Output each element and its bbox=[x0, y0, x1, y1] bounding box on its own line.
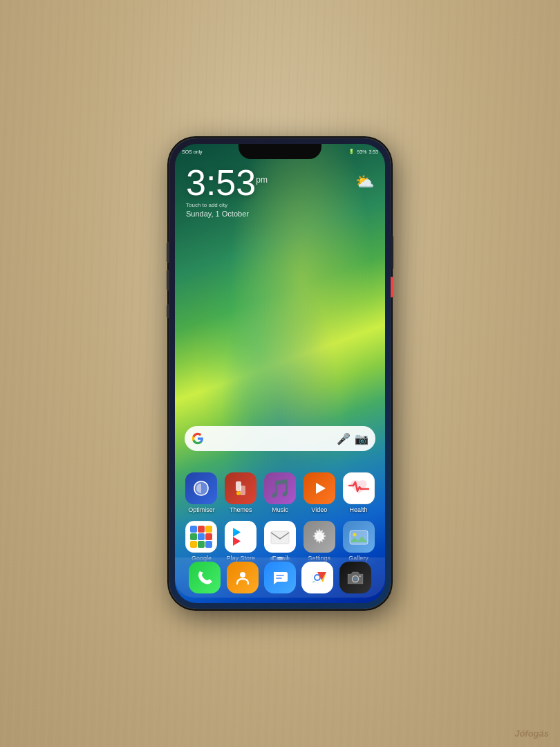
optimiser-label: Optimiser bbox=[188, 506, 215, 513]
svg-rect-8 bbox=[271, 531, 289, 544]
clock-area: 3:53pm Touch to add city Sunday, 1 Octob… bbox=[186, 165, 268, 218]
app-item-optimiser[interactable]: Optimiser bbox=[185, 472, 217, 513]
app-item-gallery[interactable]: Gallery bbox=[343, 521, 375, 562]
dock-chrome[interactable] bbox=[301, 562, 333, 593]
phone-body: SOS only 🔋 93% 3:53 3:53pm Touch to add … bbox=[169, 138, 391, 609]
video-icon bbox=[304, 472, 335, 504]
music-label: Music bbox=[272, 506, 288, 513]
google-logo bbox=[192, 432, 204, 445]
health-label: Health bbox=[350, 506, 368, 513]
playstore-icon bbox=[225, 521, 256, 553]
svg-point-11 bbox=[353, 533, 356, 537]
app-grid-row2: Google bbox=[175, 521, 385, 562]
google-apps-icon bbox=[185, 521, 217, 553]
search-icons: 🎤 📷 bbox=[337, 432, 368, 445]
app-item-themes[interactable]: Themes bbox=[225, 472, 256, 513]
email-icon bbox=[264, 521, 296, 553]
app-item-video[interactable]: Video bbox=[304, 472, 335, 513]
clock-time: 3:53pm bbox=[186, 165, 268, 201]
app-item-google[interactable]: Google bbox=[185, 521, 217, 562]
video-label: Video bbox=[311, 506, 327, 513]
battery-icon: 🔋 bbox=[348, 149, 355, 154]
status-right: 🔋 93% 3:53 bbox=[348, 149, 378, 154]
status-time: 3:53 bbox=[368, 149, 378, 154]
status-left-text: SOS only bbox=[182, 149, 203, 154]
themes-icon bbox=[225, 472, 256, 504]
svg-point-13 bbox=[240, 572, 245, 578]
settings-icon bbox=[304, 521, 335, 553]
svg-point-20 bbox=[353, 578, 357, 581]
svg-marker-5 bbox=[233, 537, 241, 546]
app-grid-row1: Optimiser Themes bbox=[175, 472, 385, 513]
themes-label: Themes bbox=[230, 506, 252, 513]
svg-rect-21 bbox=[359, 575, 361, 577]
app-item-playstore[interactable]: Play Store bbox=[225, 521, 256, 562]
svg-marker-4 bbox=[233, 528, 241, 537]
microphone-icon[interactable]: 🎤 bbox=[337, 432, 351, 445]
battery-percent: 93% bbox=[357, 149, 366, 154]
app-item-music[interactable]: 🎵 Music bbox=[264, 472, 296, 513]
jofogos-watermark: Jófogás bbox=[514, 728, 549, 739]
clock-ampm: pm bbox=[256, 175, 268, 185]
clock-date: Sunday, 1 October bbox=[186, 210, 268, 218]
volume-down-button bbox=[167, 270, 169, 290]
gallery-icon bbox=[343, 521, 375, 553]
app-item-health[interactable]: Health bbox=[343, 472, 375, 513]
health-icon bbox=[343, 472, 375, 504]
dock bbox=[175, 557, 385, 598]
dock-messages[interactable] bbox=[264, 562, 296, 593]
svg-point-18 bbox=[315, 575, 319, 580]
dock-camera[interactable] bbox=[339, 562, 371, 593]
app-item-settings[interactable]: Settings bbox=[304, 521, 335, 562]
desk-surface: SOS only 🔋 93% 3:53 3:53pm Touch to add … bbox=[0, 0, 560, 747]
notch bbox=[239, 144, 321, 159]
volume-up-button bbox=[167, 242, 169, 263]
svg-rect-1 bbox=[240, 486, 245, 495]
svg-point-2 bbox=[236, 491, 241, 495]
phone-screen: SOS only 🔋 93% 3:53 3:53pm Touch to add … bbox=[175, 144, 385, 603]
clock-subtitle: Touch to add city bbox=[186, 202, 268, 208]
app-item-email[interactable]: Email bbox=[264, 521, 296, 562]
music-icon: 🎵 bbox=[264, 472, 296, 504]
weather-widget[interactable]: ⛅ bbox=[355, 173, 374, 191]
camera-search-icon[interactable]: 📷 bbox=[355, 432, 368, 445]
google-search-bar[interactable]: 🎤 📷 bbox=[185, 426, 375, 451]
dock-contacts[interactable] bbox=[227, 562, 259, 593]
dock-phone[interactable] bbox=[189, 562, 221, 593]
power-button bbox=[167, 304, 169, 318]
phone-container: SOS only 🔋 93% 3:53 3:53pm Touch to add … bbox=[169, 138, 391, 609]
weather-icon: ⛅ bbox=[355, 173, 374, 190]
optimiser-icon bbox=[185, 472, 217, 504]
svg-marker-3 bbox=[316, 483, 326, 494]
